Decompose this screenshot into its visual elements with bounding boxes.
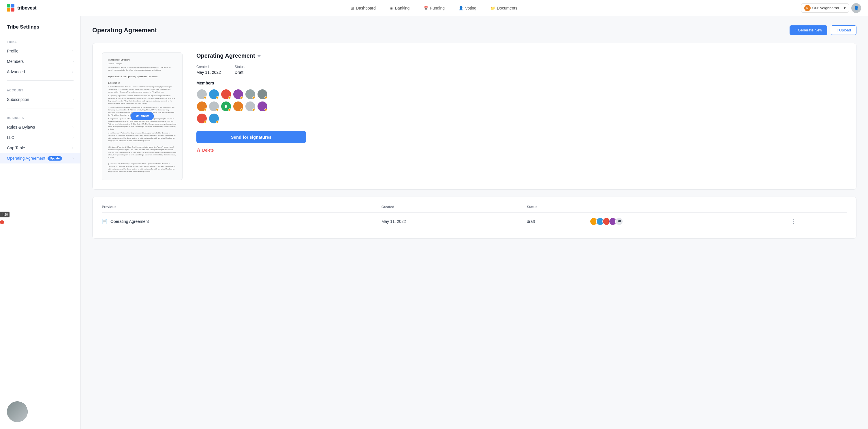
nav-items: ⊞ Dashboard ▣ Banking 📅 Funding 👤 Voting… xyxy=(348,5,519,11)
row-members: +8 xyxy=(590,213,789,230)
nav-funding-label: Funding xyxy=(430,6,445,10)
document-preview: Management Structure Member-Managed Each… xyxy=(102,53,183,180)
header-actions: + Generate New ↑ Upload xyxy=(789,25,857,35)
members-avatars: E xyxy=(196,89,271,124)
banking-icon: ▣ xyxy=(390,6,393,10)
member-avatar-13 xyxy=(196,113,207,124)
sidebar-item-llc-label: LLC xyxy=(7,135,14,140)
created-label: Created xyxy=(196,65,221,69)
prev-avatars: +8 xyxy=(590,217,789,225)
nav-banking-label: Banking xyxy=(395,6,410,10)
chevron-right-icon: › xyxy=(72,97,73,101)
dashboard-icon: ⊞ xyxy=(351,6,354,10)
chevron-right-icon: › xyxy=(72,125,73,129)
previous-section: Previous Created Status 📄 Operating Agre… xyxy=(92,196,857,239)
eye-icon: 👁 xyxy=(135,114,139,118)
chevron-right-icon: › xyxy=(72,135,73,140)
user-avatar[interactable]: 👤 xyxy=(851,3,861,13)
sidebar-item-advanced[interactable]: Advanced › xyxy=(0,67,81,77)
row-name-cell: 📄 Operating Agreement xyxy=(102,213,381,230)
send-signatures-button[interactable]: Send for signatures xyxy=(196,131,306,143)
nav-funding[interactable]: 📅 Funding xyxy=(421,5,447,11)
main-content: Operating Agreement + Generate New ↑ Upl… xyxy=(81,16,868,429)
topnav-right: N Our Neighborho... ▾ 👤 xyxy=(801,3,861,13)
generate-new-button[interactable]: + Generate New xyxy=(789,25,827,35)
row-status: draft xyxy=(527,213,590,230)
sidebar: Tribe Settings TRIBE Profile › Members ›… xyxy=(0,16,81,429)
app-logo[interactable]: tribevest xyxy=(7,4,37,12)
doc-created: Created May 11, 2022 xyxy=(196,65,221,75)
sidebar-divider-2 xyxy=(7,108,73,109)
sidebar-item-rules-label: Rules & Bylaws xyxy=(7,125,35,129)
top-navigation: tribevest ⊞ Dashboard ▣ Banking 📅 Fundin… xyxy=(0,0,868,16)
time-display: 4:20 xyxy=(0,212,9,217)
sidebar-section-account: ACCOUNT xyxy=(0,84,81,94)
member-avatar-8 xyxy=(209,101,219,112)
col-status: Status xyxy=(527,205,590,213)
col-previous: Previous xyxy=(102,205,381,213)
previous-table: Previous Created Status 📄 Operating Agre… xyxy=(102,205,847,231)
svg-rect-1 xyxy=(11,4,14,7)
tribe-name: Our Neighborho... xyxy=(812,6,842,10)
chevron-right-icon: › xyxy=(72,156,73,160)
sidebar-divider-1 xyxy=(7,81,73,81)
sidebar-item-llc[interactable]: LLC › xyxy=(0,132,81,143)
doc-title-text: Operating Agreement xyxy=(196,53,255,59)
member-avatar-1 xyxy=(196,89,207,100)
row-created: May 11, 2022 xyxy=(381,213,527,230)
sidebar-item-captable-label: Cap Table xyxy=(7,146,25,150)
document-card: Management Structure Member-Managed Each… xyxy=(92,43,857,190)
main-layout: Tribe Settings TRIBE Profile › Members ›… xyxy=(0,16,868,429)
nav-dashboard-label: Dashboard xyxy=(356,6,376,10)
sidebar-item-members[interactable]: Members › xyxy=(0,56,81,67)
svg-rect-3 xyxy=(11,8,14,11)
nav-documents[interactable]: 📁 Documents xyxy=(488,5,520,11)
doc-status: Status Draft xyxy=(235,65,245,75)
sidebar-item-captable[interactable]: Cap Table › xyxy=(0,143,81,153)
member-avatar-9: E xyxy=(221,101,231,112)
table-row: 📄 Operating Agreement May 11, 2022 draft xyxy=(102,213,847,230)
file-icon: 📄 xyxy=(102,218,107,224)
sidebar-item-operating-left: Operating Agreement Update xyxy=(7,156,62,161)
nav-documents-label: Documents xyxy=(497,6,517,10)
chevron-right-icon: › xyxy=(72,70,73,74)
doc-meta: Created May 11, 2022 Status Draft xyxy=(196,65,847,75)
upload-button[interactable]: ↑ Upload xyxy=(831,25,857,35)
view-button[interactable]: 👁 View xyxy=(130,112,154,120)
sidebar-item-rules[interactable]: Rules & Bylaws › xyxy=(0,122,81,132)
nav-banking[interactable]: ▣ Banking xyxy=(387,5,412,11)
edit-icon[interactable]: ✏ xyxy=(257,54,261,58)
member-avatar-12 xyxy=(257,101,268,112)
member-avatar-14 xyxy=(209,113,219,124)
sidebar-item-profile[interactable]: Profile › xyxy=(0,46,81,56)
nav-dashboard[interactable]: ⊞ Dashboard xyxy=(348,5,378,11)
row-doc-name: Operating Agreement xyxy=(111,219,149,224)
chevron-right-icon: › xyxy=(72,49,73,53)
page-title: Operating Agreement xyxy=(92,27,157,34)
dropdown-icon: ▾ xyxy=(844,6,846,10)
user-profile-avatar[interactable] xyxy=(7,401,28,422)
app-name: tribevest xyxy=(17,5,37,11)
more-options-icon[interactable]: ⋮ xyxy=(789,217,799,225)
documents-icon: 📁 xyxy=(490,6,495,10)
tribe-avatar: N xyxy=(804,5,811,11)
sidebar-item-subscription[interactable]: Subscription › xyxy=(0,94,81,105)
sidebar-item-profile-label: Profile xyxy=(7,49,19,53)
page-header: Operating Agreement + Generate New ↑ Upl… xyxy=(92,25,857,35)
doc-info-title: Operating Agreement ✏ xyxy=(196,53,847,59)
sidebar-item-subscription-label: Subscription xyxy=(7,97,29,102)
member-avatar-3 xyxy=(221,89,231,100)
sidebar-item-operating-agreement[interactable]: Operating Agreement Update › xyxy=(0,153,81,163)
member-avatar-11 xyxy=(245,101,256,112)
chevron-right-icon: › xyxy=(72,59,73,63)
col-members xyxy=(590,205,789,213)
plus-badge: +8 xyxy=(615,217,623,225)
status-value: Draft xyxy=(235,70,243,75)
sidebar-title: Tribe Settings xyxy=(0,24,81,36)
svg-rect-0 xyxy=(7,4,10,7)
nav-voting[interactable]: 👤 Voting xyxy=(456,5,479,11)
tribe-selector[interactable]: N Our Neighborho... ▾ xyxy=(801,3,849,13)
row-actions: ⋮ xyxy=(789,213,847,230)
delete-button[interactable]: 🗑 Delete xyxy=(196,148,214,153)
col-created: Created xyxy=(381,205,527,213)
